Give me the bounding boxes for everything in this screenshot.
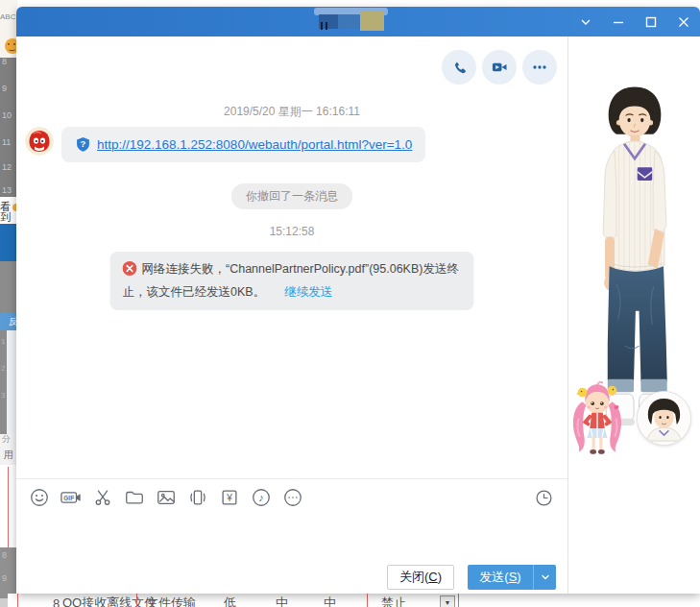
- send-image-button[interactable]: [155, 486, 178, 509]
- window-shake-button[interactable]: [186, 486, 209, 509]
- bg-red-gridline: [367, 594, 368, 607]
- music-share-button[interactable]: ♪: [250, 486, 273, 509]
- background-table-row: 8 QQ接收离线文件 文件传输 低 中 中 禁止 ▼: [0, 594, 700, 607]
- bg-bottom-cell: 禁止: [381, 596, 406, 607]
- bg-row-number: 8: [2, 58, 7, 66]
- gif-icon: GIF: [60, 487, 83, 508]
- bg-gray-segment: [0, 261, 17, 313]
- bg-label-yong: 用: [4, 450, 13, 460]
- file-transfer-error-notice: 网络连接失败，“ChannelPartnerPolicy.pdf”(95.06K…: [110, 252, 474, 310]
- transfer-money-button[interactable]: ¥: [218, 486, 241, 509]
- input-toolbar: GIF: [28, 486, 304, 509]
- bg-white-segment: [0, 465, 17, 547]
- voice-call-button[interactable]: [442, 50, 476, 85]
- close-label: 关闭(: [399, 570, 428, 584]
- screenshot-stage: ABC 8 9 10 11 12 13 看到 反 1 2 3 分 用 8 9 8…: [0, 0, 700, 607]
- redacted-contact-name: [288, 7, 413, 36]
- bg-table-rownum-column: [0, 330, 7, 434]
- message-bubble: ? http://192.168.1.252:8080/webauth/port…: [61, 127, 425, 162]
- send-label-end: ): [517, 570, 520, 584]
- self-avatar[interactable]: [637, 391, 691, 446]
- bg-lower-row-number: 9: [2, 574, 7, 583]
- more-actions-button[interactable]: [522, 50, 557, 85]
- screenshot-button[interactable]: [91, 486, 114, 509]
- bg-bottom-cell: QQ接收离线文件: [62, 596, 157, 607]
- window-controls: [575, 7, 694, 36]
- message-hyperlink[interactable]: http://192.168.1.252:8080/webauth/portal…: [97, 137, 412, 152]
- chat-main-area: 2019/5/20 星期一 16:16:11: [16, 36, 567, 594]
- toolbar-divider: [16, 478, 567, 479]
- more-tools-button[interactable]: [281, 486, 304, 509]
- emoji-button[interactable]: [28, 486, 51, 509]
- bg-dropdown-arrow-icon: ▼: [440, 595, 455, 607]
- maximize-button[interactable]: [640, 12, 662, 33]
- collapse-chevron-icon[interactable]: [575, 12, 596, 33]
- gif-hotpic-button[interactable]: GIF: [60, 486, 83, 509]
- music-note-glyph: ♪: [258, 492, 264, 503]
- qq-show-panel: [567, 36, 700, 594]
- self-avatar-image: [638, 392, 690, 445]
- ellipsis-icon: [530, 58, 549, 77]
- bg-lower-row-number: 8: [2, 551, 7, 560]
- close-button[interactable]: 关闭(C): [387, 565, 454, 590]
- bg-red-gridline: [17, 594, 18, 607]
- bg-bottom-light-block: [0, 598, 8, 607]
- sender-avatar[interactable]: [25, 127, 54, 156]
- gif-label: GIF: [63, 495, 74, 501]
- shake-phone-icon: [187, 487, 208, 508]
- clock-icon: [534, 488, 554, 508]
- recall-notice: 你撤回了一条消息: [231, 183, 352, 209]
- date-separator: 2019/5/20 星期一 16:16:11: [16, 104, 567, 120]
- message-row: ? http://192.168.1.252:8080/webauth/port…: [25, 127, 425, 162]
- chat-history-button[interactable]: [532, 486, 555, 509]
- safety-shield-icon: ?: [75, 136, 91, 153]
- time-separator: 15:12:58: [16, 225, 567, 238]
- close-button-titlebar[interactable]: [673, 12, 694, 33]
- video-camera-icon: [490, 58, 509, 77]
- bg-mid-row-number: 2: [1, 365, 5, 373]
- bg-red-gridline: [458, 594, 459, 607]
- send-button[interactable]: 发送(S): [468, 565, 533, 590]
- mascot-avatar-image: [25, 127, 54, 156]
- video-call-button[interactable]: [482, 50, 517, 85]
- message-input-area[interactable]: [16, 512, 567, 560]
- bg-row-number: 10: [2, 111, 12, 120]
- error-x-icon: [123, 261, 137, 282]
- bg-row-number: 9: [2, 85, 7, 93]
- bg-red-gridline: [8, 467, 9, 547]
- bg-row-number: 11: [2, 138, 11, 147]
- call-actions-row: [442, 50, 557, 85]
- chibi-girl-illustration: [569, 380, 625, 461]
- phone-icon: [450, 59, 469, 77]
- image-icon: [156, 487, 177, 508]
- more-circle-icon: [282, 487, 303, 508]
- bg-bottom-cell: 中: [324, 596, 336, 607]
- minimize-button[interactable]: [608, 12, 629, 33]
- bg-mid-row-number: 1: [1, 338, 5, 346]
- chat-window: 2019/5/20 星期一 16:16:11: [16, 7, 700, 594]
- scissors-icon: [92, 487, 113, 508]
- yen-box-icon: ¥: [219, 487, 240, 508]
- qq-pet-figure[interactable]: [569, 380, 625, 461]
- bg-bottom-cell: 中: [276, 596, 288, 607]
- music-icon: ♪: [251, 487, 272, 508]
- folder-icon: [124, 487, 145, 508]
- close-label-end: ): [438, 570, 442, 584]
- yen-glyph: ¥: [226, 493, 232, 503]
- bg-red-gridline: [136, 594, 137, 607]
- bg-top-label: ABC: [0, 13, 15, 21]
- bg-blue-bar: [0, 224, 17, 261]
- bg-bottom-row-number: 8: [53, 596, 60, 607]
- background-window-left-strip: ABC 8 9 10 11 12 13 看到 反 1 2 3 分 用 8 9: [0, 0, 17, 607]
- bg-mid-row-number: 3: [1, 392, 5, 400]
- shield-question-glyph: ?: [81, 138, 86, 149]
- bg-row-number-band: [0, 58, 17, 197]
- send-file-button[interactable]: [123, 486, 146, 509]
- footer-buttons: 关闭(C) 发送(S): [16, 565, 567, 590]
- resume-send-link[interactable]: 继续发送: [284, 285, 332, 299]
- bg-row-number: 12: [2, 163, 12, 172]
- send-options-dropdown[interactable]: [533, 565, 556, 590]
- titlebar[interactable]: [16, 7, 700, 36]
- send-label: 发送(: [479, 570, 508, 584]
- close-mnemonic: C: [428, 570, 437, 584]
